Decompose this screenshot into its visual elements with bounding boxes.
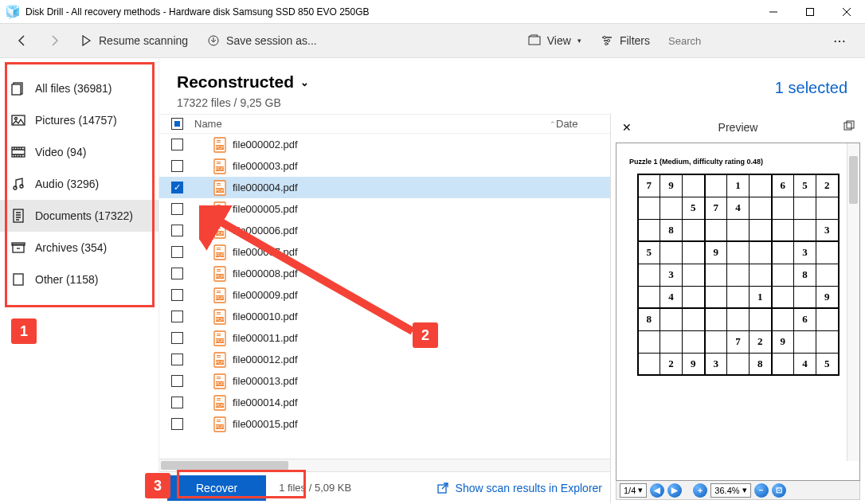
save-session-button[interactable]: Save session as...	[199, 29, 325, 52]
svg-rect-49	[217, 249, 221, 250]
callout-1: 1	[11, 318, 37, 344]
column-name[interactable]: Name⌃	[188, 118, 556, 130]
filters-button[interactable]: Filters	[593, 29, 658, 52]
file-row[interactable]: PDFfile000008.pdf	[159, 263, 610, 284]
svg-rect-69	[217, 335, 221, 336]
file-row[interactable]: PDFfile000003.pdf	[159, 155, 610, 177]
file-row[interactable]: PDFfile000004.pdf	[159, 177, 610, 198]
file-name: file000003.pdf	[233, 160, 298, 172]
file-row[interactable]: PDFfile000009.pdf	[159, 284, 610, 306]
preview-vertical-scrollbar[interactable]	[847, 143, 859, 461]
more-button[interactable]: ⋯	[824, 29, 857, 53]
svg-rect-79	[217, 378, 221, 379]
file-checkbox[interactable]	[171, 375, 183, 387]
file-row[interactable]: PDFfile000005.pdf	[159, 198, 610, 220]
svg-rect-74	[217, 357, 221, 357]
file-checkbox[interactable]	[171, 246, 183, 258]
svg-rect-58	[217, 291, 221, 291]
page-indicator[interactable]: 1/4 ▾	[620, 483, 647, 498]
popout-button[interactable]	[840, 120, 859, 135]
zoom-out-button[interactable]: −	[754, 483, 769, 498]
file-list-header: Name⌃ Date	[159, 114, 610, 134]
svg-text:PDF: PDF	[216, 145, 224, 150]
annotation-box-sidebar	[5, 62, 155, 307]
callout-2: 2	[413, 322, 438, 348]
file-row[interactable]: PDFfile000015.pdf	[159, 413, 610, 435]
view-button[interactable]: View▾	[520, 29, 589, 52]
pdf-icon: PDF	[213, 266, 226, 282]
svg-rect-92	[847, 121, 854, 128]
file-name: file000015.pdf	[233, 418, 298, 430]
file-row[interactable]: PDFfile000012.pdf	[159, 349, 610, 370]
close-button[interactable]	[828, 0, 865, 24]
svg-rect-1	[807, 8, 814, 15]
search-input[interactable]	[661, 29, 820, 52]
pdf-icon: PDF	[213, 223, 226, 239]
svg-rect-28	[217, 162, 221, 162]
file-checkbox[interactable]	[171, 289, 183, 301]
zoom-in-button[interactable]: ＋	[693, 483, 707, 498]
file-checkbox[interactable]	[171, 203, 183, 215]
svg-rect-38	[217, 205, 221, 205]
svg-rect-5	[529, 37, 540, 45]
file-checkbox[interactable]	[171, 225, 183, 236]
pdf-icon: PDF	[213, 395, 226, 411]
file-name: file000007.pdf	[233, 246, 298, 258]
file-checkbox[interactable]	[171, 268, 183, 279]
zoom-level[interactable]: 36.4% ▾	[710, 483, 750, 498]
close-preview-button[interactable]: ✕	[617, 121, 636, 134]
file-checkbox[interactable]	[171, 160, 183, 172]
titlebar: 🧊 Disk Drill - All recovery methods - Ha…	[0, 0, 865, 24]
minimize-button[interactable]	[755, 0, 792, 24]
svg-rect-29	[217, 163, 221, 164]
file-row[interactable]: PDFfile000014.pdf	[159, 392, 610, 413]
svg-rect-43	[217, 226, 221, 227]
file-checkbox[interactable]	[171, 182, 183, 193]
external-link-icon	[436, 482, 449, 494]
column-date[interactable]: Date	[556, 118, 604, 130]
resume-scanning-button[interactable]: Resume scanning	[72, 29, 196, 52]
pdf-icon: PDF	[213, 373, 226, 389]
prev-page-button[interactable]: ◀	[650, 483, 664, 498]
next-page-button[interactable]: ▶	[667, 483, 682, 498]
svg-rect-59	[217, 292, 221, 293]
chevron-down-icon: ⌄	[300, 76, 309, 88]
svg-point-8	[605, 43, 607, 45]
maximize-button[interactable]	[792, 0, 828, 24]
file-name: file000014.pdf	[233, 397, 298, 408]
back-button[interactable]	[8, 29, 37, 52]
fit-button[interactable]: ⊡	[772, 483, 786, 498]
toolbar: Resume scanning Save session as... View▾…	[0, 24, 865, 58]
file-name: file000005.pdf	[233, 203, 298, 215]
select-all-checkbox[interactable]	[171, 118, 183, 130]
svg-rect-88	[217, 420, 221, 420]
svg-text:PDF: PDF	[216, 338, 224, 343]
svg-rect-33	[217, 183, 221, 184]
pdf-icon: PDF	[213, 287, 226, 303]
preview-title: Preview	[636, 121, 840, 134]
file-row[interactable]: PDFfile000013.pdf	[159, 370, 610, 392]
file-row[interactable]: PDFfile000010.pdf	[159, 306, 610, 327]
file-checkbox[interactable]	[171, 332, 183, 344]
file-row[interactable]: PDFfile000006.pdf	[159, 220, 610, 241]
forward-button[interactable]	[40, 29, 68, 52]
page-title[interactable]: Reconstructed⌄	[177, 72, 309, 92]
file-name: file000011.pdf	[233, 332, 298, 344]
app-icon: 🧊	[6, 6, 19, 18]
annotation-box-recover	[177, 470, 306, 498]
show-in-explorer-link[interactable]: Show scan results in Explorer	[436, 482, 602, 494]
file-row[interactable]: PDFfile000007.pdf	[159, 241, 610, 263]
svg-rect-84	[217, 400, 221, 400]
file-checkbox[interactable]	[171, 418, 183, 430]
file-name: file000008.pdf	[233, 268, 298, 279]
file-checkbox[interactable]	[171, 397, 183, 408]
file-checkbox[interactable]	[171, 139, 183, 150]
pdf-icon: PDF	[213, 330, 226, 346]
svg-point-7	[607, 40, 609, 42]
svg-rect-34	[217, 185, 221, 186]
file-checkbox[interactable]	[171, 311, 183, 322]
file-checkbox[interactable]	[171, 354, 183, 365]
file-row[interactable]: PDFfile000002.pdf	[159, 134, 610, 155]
file-row[interactable]: PDFfile000011.pdf	[159, 327, 610, 349]
svg-text:PDF: PDF	[216, 381, 224, 386]
